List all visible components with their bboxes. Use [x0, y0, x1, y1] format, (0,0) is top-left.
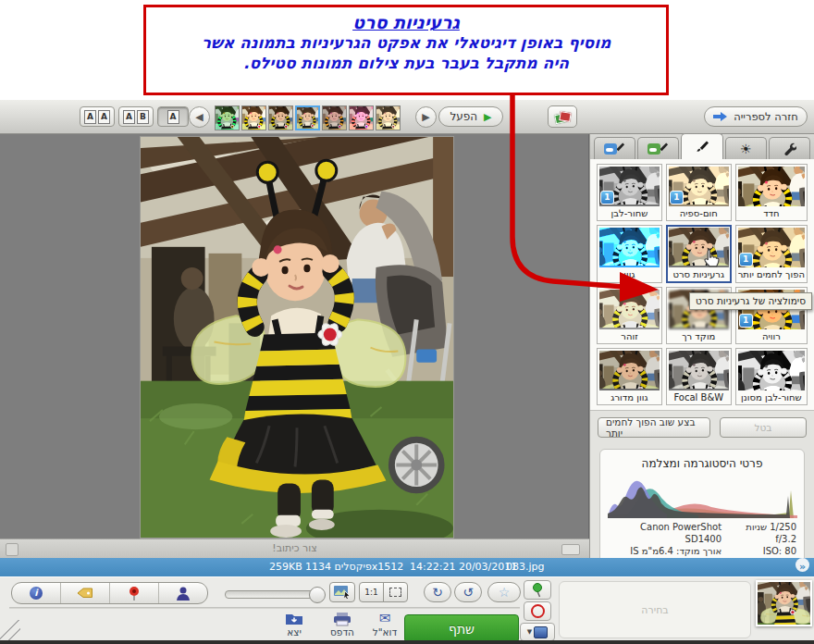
zoom-1-1-label: 1:1	[364, 588, 377, 597]
filmstrip-next-button[interactable]: ▶	[415, 106, 437, 128]
zoom-actual-size-button[interactable]: 1:1	[359, 582, 384, 602]
filmstrip-thumbnail[interactable]	[376, 105, 401, 130]
geotag-button[interactable]	[110, 583, 159, 603]
effect-label: הפוך לחמים יותר	[738, 267, 805, 281]
back-to-library-label: חזרה לספרייה	[734, 110, 797, 123]
filmstrip-thumbnail[interactable]	[268, 105, 293, 130]
caret-down-icon: ▼	[527, 628, 532, 636]
collage-button[interactable]	[548, 105, 577, 128]
email-button[interactable]: ✉ דוא"ל	[364, 611, 405, 638]
histogram-panel: פרטי היסטוגרמה ומצלמה Canon PowerShot SD…	[599, 449, 805, 576]
effect-label: שחור-לבן מסונן	[738, 390, 805, 404]
effect-film-grain-selected[interactable]: גרעיניות סרט	[666, 225, 732, 283]
rotate-ccw-icon: ↺	[462, 585, 474, 600]
export-button[interactable]: יצא	[274, 611, 314, 638]
photo-import-icon	[334, 586, 351, 599]
hold-selection-button[interactable]	[524, 580, 551, 600]
effect-tint[interactable]: גוון	[597, 225, 662, 283]
print-button[interactable]: הדפס	[322, 611, 363, 638]
clear-selection-button[interactable]	[524, 601, 551, 621]
share-label: שתף	[449, 622, 475, 637]
selected-photo-thumbnail[interactable]	[756, 580, 812, 626]
effect-glow[interactable]: זוהר	[597, 287, 662, 344]
play-button[interactable]: הפעל ▶	[438, 106, 503, 127]
play-icon: ▶	[484, 111, 491, 123]
view-letter: A	[123, 110, 135, 124]
tag-icon	[77, 587, 93, 600]
tab-effects-active[interactable]	[681, 133, 722, 159]
resize-grip[interactable]	[0, 620, 20, 640]
photo-workspace	[0, 134, 589, 539]
effect-sharpen[interactable]: חדד	[735, 164, 808, 221]
caption-bar[interactable]: צור כיתוב!	[0, 539, 589, 558]
effect-focal-bw[interactable]: Focal B&W	[666, 348, 732, 405]
filmstrip-thumbnail[interactable]	[215, 105, 240, 130]
filmstrip-thumbnail[interactable]	[349, 105, 374, 130]
callout-line-2: היה מתקבל בעבר בעת צילום תמונות סטילס.	[146, 53, 666, 73]
back-to-library-button[interactable]: חזרה לספרייה	[704, 106, 808, 127]
camera-model: Canon PowerShot SD1400	[608, 521, 722, 545]
filmstrip-thumbnail[interactable]	[241, 105, 266, 130]
effect-label: זוהר	[599, 329, 660, 343]
tab-green-effects[interactable]	[637, 137, 679, 159]
effect-filtered-bw[interactable]: שחור-לבן מסונן	[735, 348, 808, 405]
effect-label: חום-ספיה	[669, 206, 729, 220]
filmstrip-thumbnail-selected[interactable]	[295, 105, 320, 130]
selection-tray[interactable]: בחירה	[559, 581, 751, 638]
zoom-slider[interactable]	[225, 590, 323, 599]
rotate-clockwise-button[interactable]: ↻	[424, 582, 451, 602]
wrench-icon	[783, 142, 796, 155]
info-icon: i	[30, 587, 43, 600]
toolbar-divider	[9, 608, 520, 609]
undo-button[interactable]: בטל	[720, 417, 807, 438]
view-letter: A	[84, 110, 96, 124]
tab-blue-effects[interactable]	[594, 137, 635, 159]
view-side-by-side-button[interactable]: A A	[80, 106, 115, 127]
camera-focal-length: אורך מוקד: 6.4מ"מ IS	[608, 545, 722, 557]
blue-arrow-right-icon	[713, 111, 728, 122]
caption-placeholder[interactable]: צור כיתוב!	[272, 542, 317, 554]
expand-statusbar-button[interactable]: »	[796, 558, 809, 572]
caption-right-icon	[561, 544, 580, 555]
zoom-slider-handle[interactable]	[309, 587, 326, 603]
email-label: דוא"ל	[364, 626, 405, 638]
effect-sepia[interactable]: 1 חום-ספיה	[666, 164, 732, 221]
effect-label: רוויה	[738, 329, 805, 343]
view-letter: A	[167, 110, 179, 124]
effect-warmify[interactable]: 1 הפוך לחמים יותר	[735, 225, 808, 283]
main-photo[interactable]	[141, 137, 453, 538]
photo-datetime: 14:22:21 20/03/2011	[410, 558, 517, 576]
view-single-button[interactable]: A	[157, 106, 189, 127]
envelope-icon: ✉	[379, 612, 391, 625]
histogram-chart	[608, 477, 797, 518]
filmstrip	[215, 105, 401, 130]
effect-black-white[interactable]: 1 שחור-לבן	[597, 164, 662, 221]
rotate-cw-icon: ↻	[432, 585, 443, 600]
effect-graduated-tint[interactable]: גוון מדורג	[597, 348, 662, 405]
tab-tuning[interactable]: ☀	[725, 137, 767, 159]
effect-label: גוון מדורג	[599, 390, 660, 404]
add-to-album-button[interactable]: ▼	[520, 623, 555, 641]
callout-line-1: מוסיף באופן דיגיטאלי את אפקט הגרעיניות ב…	[146, 32, 666, 53]
view-before-after-button[interactable]: A B	[118, 106, 154, 127]
rotate-counterclockwise-button[interactable]: ↺	[454, 582, 482, 602]
effect-count-badge: 1	[739, 314, 753, 328]
info-button[interactable]: i	[12, 583, 61, 603]
share-button[interactable]: שתף	[404, 614, 519, 643]
export-label: יצא	[274, 626, 314, 638]
zoom-fit-button[interactable]	[383, 582, 408, 602]
filmstrip-thumbnail[interactable]	[322, 105, 347, 130]
filmstrip-prev-button[interactable]: ◀	[189, 106, 210, 128]
redo-button[interactable]: בצע שוב הפוך לחמים יותר	[598, 417, 710, 438]
people-button[interactable]	[159, 583, 207, 603]
star-icon: ☆	[499, 585, 511, 600]
camera-aperture: f/3.2	[725, 533, 796, 545]
histogram-title: פרטי היסטוגרמה ומצלמה	[608, 457, 796, 470]
tag-button[interactable]	[61, 583, 110, 603]
effect-count-badge: 1	[600, 191, 614, 204]
camera-shutter: 1/250 שניות	[725, 521, 796, 533]
star-button[interactable]: ☆	[487, 582, 521, 602]
tab-basic-fixes[interactable]	[769, 137, 810, 159]
import-photo-button[interactable]	[329, 582, 355, 602]
window-bottom-edge	[0, 640, 814, 644]
